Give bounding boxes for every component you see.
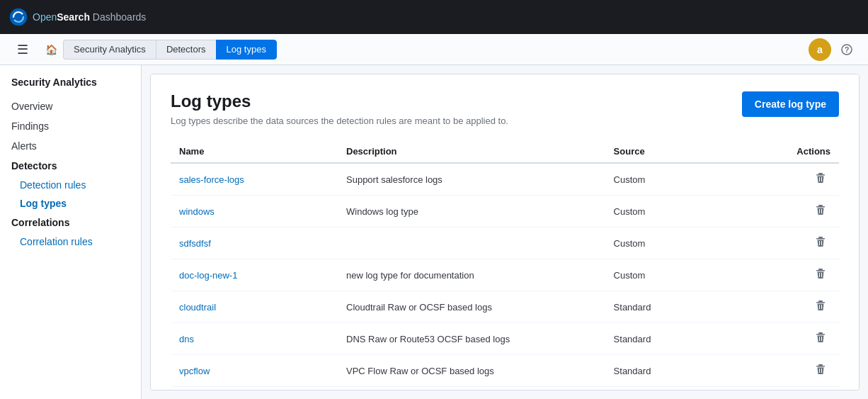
log-type-name-link[interactable]: cloudtrail bbox=[179, 302, 216, 313]
sidebar: Security Analytics Overview Findings Ale… bbox=[0, 65, 142, 399]
sidebar-item-alerts[interactable]: Alerts bbox=[0, 136, 141, 156]
opensearch-logo-icon bbox=[8, 7, 28, 27]
sidebar-item-detection-rules[interactable]: Detection rules bbox=[0, 176, 141, 194]
trash-icon bbox=[815, 172, 826, 184]
table-row: doc-log-new-1new log type for documentat… bbox=[171, 259, 839, 291]
svg-rect-20 bbox=[816, 302, 825, 303]
svg-rect-28 bbox=[816, 366, 825, 367]
log-type-source: Standard bbox=[605, 387, 772, 391]
table-header-row: Name Description Source Actions bbox=[171, 140, 839, 163]
log-type-name-link[interactable]: sdfsdfsf bbox=[179, 238, 211, 249]
trash-icon bbox=[815, 364, 826, 375]
log-type-description: Windows log type bbox=[338, 196, 605, 227]
svg-rect-12 bbox=[816, 238, 825, 240]
sidebar-item-log-types[interactable]: Log types bbox=[0, 194, 141, 213]
table-row: windowsWindows log typeCustom bbox=[171, 196, 839, 227]
breadcrumb: Security Analytics Detectors Log types bbox=[63, 40, 809, 60]
col-header-actions: Actions bbox=[772, 140, 839, 163]
page-title: Log types bbox=[171, 91, 508, 111]
col-header-description: Description bbox=[338, 140, 605, 163]
svg-rect-8 bbox=[816, 206, 825, 208]
main-content: Log types Log types describe the data so… bbox=[150, 74, 860, 390]
log-type-name-link[interactable]: sales-force-logs bbox=[179, 174, 244, 185]
svg-rect-16 bbox=[816, 270, 825, 271]
home-button[interactable]: 🏠 bbox=[40, 41, 63, 58]
log-type-source: Custom bbox=[605, 227, 772, 259]
delete-log-type-button[interactable] bbox=[811, 362, 830, 379]
log-type-description: S3 logs bbox=[338, 387, 605, 391]
svg-text:?: ? bbox=[845, 45, 850, 54]
log-type-description: Support salesforce logs bbox=[338, 163, 605, 196]
log-type-description: DNS Raw or Route53 OCSF based logs bbox=[338, 323, 605, 355]
help-icon: ? bbox=[841, 44, 852, 55]
delete-log-type-button[interactable] bbox=[811, 330, 830, 347]
log-type-source: Custom bbox=[605, 163, 772, 196]
col-header-name: Name bbox=[171, 140, 338, 163]
svg-rect-15 bbox=[818, 269, 823, 270]
log-type-description bbox=[338, 227, 605, 259]
log-type-source: Custom bbox=[605, 259, 772, 291]
svg-rect-11 bbox=[818, 237, 823, 238]
svg-rect-4 bbox=[816, 174, 825, 176]
trash-icon bbox=[815, 300, 826, 311]
svg-rect-23 bbox=[818, 332, 823, 334]
log-type-name-link[interactable]: vpcflow bbox=[179, 366, 210, 376]
log-type-name-link[interactable]: dns bbox=[179, 334, 194, 344]
trash-icon bbox=[815, 204, 826, 215]
svg-rect-19 bbox=[818, 300, 823, 302]
svg-rect-3 bbox=[818, 173, 823, 174]
user-avatar[interactable]: a bbox=[809, 38, 831, 61]
breadcrumb-log-types[interactable]: Log types bbox=[216, 40, 277, 60]
trash-icon bbox=[815, 236, 826, 247]
svg-rect-7 bbox=[818, 205, 823, 206]
breadcrumb-right-actions: a ? bbox=[809, 38, 857, 61]
svg-rect-27 bbox=[818, 364, 823, 366]
page-header-text: Log types Log types describe the data so… bbox=[171, 91, 508, 126]
log-type-source: Custom bbox=[605, 196, 772, 227]
sidebar-item-correlation-rules[interactable]: Correlation rules bbox=[0, 232, 141, 251]
log-type-description: new log type for documentation bbox=[338, 259, 605, 291]
log-type-description: Cloudtrail Raw or OCSF based logs bbox=[338, 291, 605, 323]
create-log-type-button[interactable]: Create log type bbox=[742, 91, 839, 117]
log-type-name-link[interactable]: windows bbox=[179, 206, 215, 217]
top-bar: OpenSearch Dashboards bbox=[0, 0, 868, 34]
breadcrumb-detectors[interactable]: Detectors bbox=[156, 40, 216, 60]
table-row: dnsDNS Raw or Route53 OCSF based logsSta… bbox=[171, 323, 839, 355]
col-header-source: Source bbox=[605, 140, 772, 163]
delete-log-type-button[interactable] bbox=[811, 266, 830, 283]
table-row: cloudtrailCloudtrail Raw or OCSF based l… bbox=[171, 291, 839, 323]
sidebar-title: Security Analytics bbox=[0, 77, 141, 96]
sidebar-item-overview[interactable]: Overview bbox=[0, 96, 141, 116]
delete-log-type-button[interactable] bbox=[811, 203, 830, 220]
table-row: sales-force-logsSupport salesforce logsC… bbox=[171, 163, 839, 196]
table-row: sdfsdfsfCustom bbox=[171, 227, 839, 259]
delete-log-type-button[interactable] bbox=[811, 235, 830, 252]
help-button[interactable]: ? bbox=[837, 40, 857, 60]
sidebar-item-correlations[interactable]: Correlations bbox=[0, 213, 141, 232]
app-name: OpenSearch Dashboards bbox=[33, 11, 146, 23]
delete-log-type-button[interactable] bbox=[811, 298, 830, 315]
sidebar-item-findings[interactable]: Findings bbox=[0, 116, 141, 136]
table-row: s3S3 logsStandard bbox=[171, 387, 839, 391]
log-type-description: VPC Flow Raw or OCSF based logs bbox=[338, 355, 605, 387]
log-type-source: Standard bbox=[605, 323, 772, 355]
breadcrumb-bar: ☰ 🏠 Security Analytics Detectors Log typ… bbox=[0, 34, 868, 65]
app-logo: OpenSearch Dashboards bbox=[8, 7, 146, 27]
log-types-table: Name Description Source Actions sales-fo… bbox=[171, 140, 839, 390]
trash-icon bbox=[815, 332, 826, 343]
log-type-name-link[interactable]: doc-log-new-1 bbox=[179, 270, 237, 281]
main-layout: Security Analytics Overview Findings Ale… bbox=[0, 65, 868, 399]
table-row: vpcflowVPC Flow Raw or OCSF based logsSt… bbox=[171, 355, 839, 387]
trash-icon bbox=[815, 268, 826, 279]
breadcrumb-security-analytics[interactable]: Security Analytics bbox=[63, 40, 156, 60]
delete-log-type-button[interactable] bbox=[811, 171, 830, 188]
page-subtitle: Log types describe the data sources the … bbox=[171, 116, 508, 126]
sidebar-item-detectors[interactable]: Detectors bbox=[0, 156, 141, 176]
log-type-source: Standard bbox=[605, 355, 772, 387]
svg-rect-24 bbox=[816, 334, 825, 335]
hamburger-button[interactable]: ☰ bbox=[11, 39, 34, 60]
log-type-source: Standard bbox=[605, 291, 772, 323]
page-header: Log types Log types describe the data so… bbox=[171, 91, 839, 126]
svg-point-0 bbox=[10, 9, 28, 26]
